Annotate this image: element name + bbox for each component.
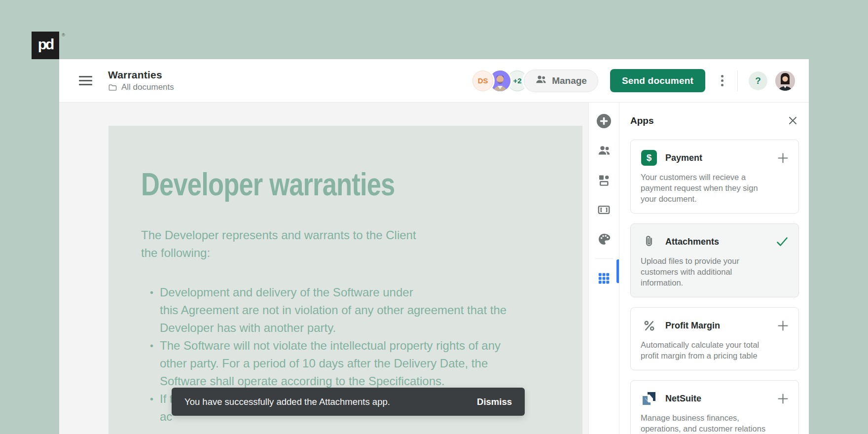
more-options-icon[interactable]: [718, 72, 726, 89]
apps-panel: Apps $ Payment: [619, 103, 809, 434]
add-app-icon[interactable]: [777, 320, 789, 331]
app-card-description: Upload files to provide your customers w…: [641, 255, 773, 288]
help-button[interactable]: ?: [749, 72, 767, 90]
app-card-title: Payment: [665, 153, 702, 163]
bullet-line: this Agreement are not in violation of a…: [160, 301, 553, 319]
rail-divider: [595, 258, 613, 259]
fields-brackets-icon[interactable]: [596, 201, 613, 218]
design-palette-icon[interactable]: [596, 231, 613, 248]
manage-recipients-button[interactable]: Manage: [524, 70, 598, 92]
add-app-icon[interactable]: [777, 152, 789, 164]
pandadoc-logo-text: pd: [38, 36, 53, 53]
manage-label: Manage: [552, 75, 587, 86]
app-window: Warranties All documents DS: [59, 59, 809, 434]
top-bar-actions: DS +2: [472, 69, 795, 92]
content-blocks-icon[interactable]: [596, 172, 613, 188]
menu-icon[interactable]: [79, 76, 92, 85]
panel-title: Apps: [630, 115, 654, 126]
bullet-line: other party. For a period of 10 days aft…: [160, 355, 553, 372]
app-card-description: Manage business finances, operations, an…: [641, 412, 773, 434]
main-region: Developer warranties The Developer repre…: [59, 103, 809, 434]
paragraph-line: the following:: [141, 244, 553, 262]
breadcrumb[interactable]: All documents: [108, 82, 174, 92]
bullet-dot: •: [141, 284, 160, 337]
document-paragraph: The Developer represents and warrants to…: [141, 226, 553, 262]
app-card-description: Automatically calculate your total profi…: [641, 339, 773, 361]
add-block-icon[interactable]: [596, 112, 613, 129]
folder-icon: [108, 83, 117, 92]
added-check-icon: [776, 235, 789, 248]
paragraph-line: The Developer represents and warrants to…: [141, 226, 553, 244]
bullet-line: Developer has with another party.: [160, 319, 553, 337]
send-document-button[interactable]: Send document: [610, 69, 705, 92]
payment-dollar-icon: $: [641, 149, 657, 166]
dismiss-button[interactable]: Dismiss: [477, 397, 512, 407]
app-card-title: NetSuite: [665, 394, 701, 404]
document-title-block: Warranties All documents: [108, 69, 174, 92]
header-divider: [737, 71, 738, 91]
app-card-title: Attachments: [665, 237, 719, 247]
people-icon: [535, 73, 547, 88]
app-card-profit-margin[interactable]: Profit Margin Automatically calculate yo…: [630, 307, 799, 370]
toast-message: You have successfully added the Attachme…: [184, 397, 390, 407]
document-viewport: Developer warranties The Developer repre…: [59, 103, 588, 434]
app-card-description: Your customers will recieve a payment re…: [641, 172, 773, 204]
user-avatar[interactable]: [775, 71, 795, 91]
netsuite-logo-icon: [641, 390, 657, 407]
sidebar-icon-rail: [588, 103, 619, 434]
recipient-avatars[interactable]: DS +2: [472, 70, 598, 92]
document-heading: Developer warranties: [141, 169, 479, 200]
app-card-title: Profit Margin: [665, 321, 720, 331]
paperclip-icon: [641, 233, 657, 250]
toast-notification: You have successfully added the Attachme…: [172, 388, 525, 416]
top-bar: Warranties All documents DS: [59, 59, 809, 103]
apps-grid-icon[interactable]: [596, 270, 613, 287]
avatar-initials-ds[interactable]: DS: [472, 71, 493, 91]
bullet-line: The Software will not violate the intell…: [160, 337, 553, 355]
page-title: Warranties: [108, 69, 174, 81]
add-app-icon[interactable]: [777, 393, 789, 404]
app-card-attachments[interactable]: Attachments Upload files to provide your…: [630, 223, 799, 297]
app-card-netsuite[interactable]: NetSuite Manage business finances, opera…: [630, 380, 799, 434]
app-card-payment[interactable]: $ Payment Your customers will recieve a …: [630, 140, 799, 214]
bullet-dot: •: [141, 390, 160, 426]
pandadoc-logo: pd ®: [32, 32, 59, 59]
registered-mark: ®: [62, 33, 65, 37]
list-item: • The Software will not violate the inte…: [141, 337, 553, 390]
bullet-line: Development and delivery of the Software…: [160, 284, 553, 301]
contacts-icon[interactable]: [596, 142, 613, 159]
bullet-dot: •: [141, 337, 160, 390]
list-item: • Development and delivery of the Softwa…: [141, 284, 553, 337]
close-icon[interactable]: [787, 114, 799, 127]
percent-icon: [641, 317, 657, 334]
breadcrumb-label: All documents: [121, 82, 174, 92]
